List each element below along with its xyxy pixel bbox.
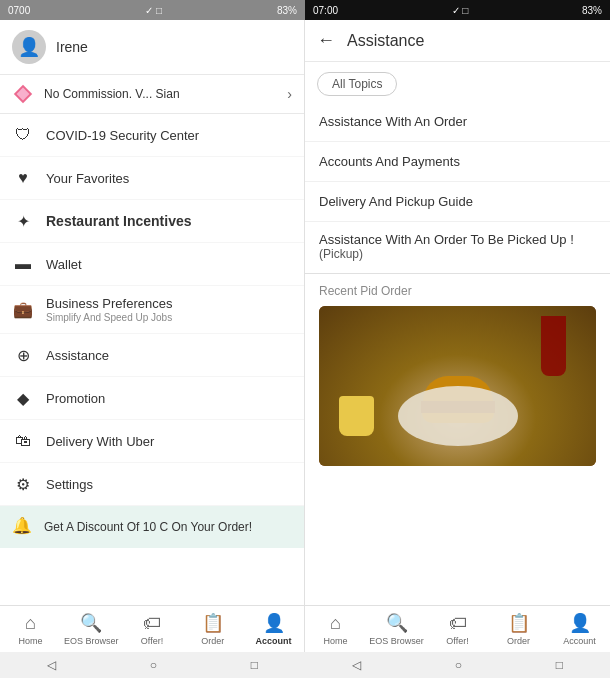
back-system-button[interactable]: ◁ [47, 658, 56, 672]
nav-label-delivery: Delivery With Uber [46, 434, 292, 449]
shield-icon: 🛡 [12, 124, 34, 146]
nav-label-business: Business Preferences [46, 296, 292, 311]
nav-item-covid[interactable]: 🛡 COVID-19 Security Center [0, 114, 304, 157]
help-link-payments[interactable]: Accounts And Payments [305, 142, 610, 182]
discount-text: Get A Discount Of 10 C On Your Order! [44, 520, 252, 534]
recent-order-section: Recent Pid Order [305, 274, 610, 472]
tag-icon: ◆ [12, 387, 34, 409]
diamond-icon [12, 83, 34, 105]
help-link-delivery[interactable]: Delivery And Pickup Guide [305, 182, 610, 222]
nav-item-promotion[interactable]: ◆ Promotion [0, 377, 304, 420]
nav-label-incentives: Restaurant Incentives [46, 213, 292, 229]
time-left: 0700 [8, 5, 30, 16]
bottom-nav-right-order-label: Order [507, 636, 530, 646]
bottom-nav-home[interactable]: ⌂ Home [0, 606, 61, 652]
browser-icon: 🔍 [80, 612, 102, 634]
wallet-icon: ▬ [12, 253, 34, 275]
nav-item-incentives[interactable]: ✦ Restaurant Incentives [0, 200, 304, 243]
time-right: 07:00 [313, 5, 338, 16]
nav-label-wallet: Wallet [46, 257, 292, 272]
nav-label-settings: Settings [46, 477, 292, 492]
nav-label-covid: COVID-19 Security Center [46, 128, 292, 143]
bottom-nav-right-home[interactable]: ⌂ Home [305, 606, 366, 652]
bottom-nav-right-browser-label: EOS Browser [369, 636, 424, 646]
bottom-nav-right-home-label: Home [323, 636, 347, 646]
heart-icon: ♥ [12, 167, 34, 189]
bottom-nav-right: ⌂ Home 🔍 EOS Browser 🏷 Offer! 📋 Order 👤 … [305, 605, 610, 652]
home-icon-right: ⌂ [330, 613, 341, 634]
nav-item-favorites[interactable]: ♥ Your Favorites [0, 157, 304, 200]
system-nav: ◁ ○ □ ◁ ○ □ [0, 652, 610, 678]
bottom-nav-right-offer[interactable]: 🏷 Offer! [427, 606, 488, 652]
bottom-nav-order[interactable]: 📋 Order [182, 606, 243, 652]
discount-banner[interactable]: 🔔 Get A Discount Of 10 C On Your Order! [0, 506, 304, 548]
bottom-nav-right-account[interactable]: 👤 Account [549, 606, 610, 652]
bottom-nav-right-browser[interactable]: 🔍 EOS Browser [366, 606, 427, 652]
offer-icon-right: 🏷 [449, 613, 467, 634]
bottom-nav-right-order[interactable]: 📋 Order [488, 606, 549, 652]
promo-text: No Commission. V... Sian [44, 87, 287, 101]
bag-icon: 🛍 [12, 430, 34, 452]
drink-icon [541, 316, 566, 376]
pickup-sub: (Pickup) [319, 247, 596, 261]
promo-banner[interactable]: No Commission. V... Sian › [0, 75, 304, 114]
bottom-nav-home-label: Home [18, 636, 42, 646]
bottom-nav-order-label: Order [201, 636, 224, 646]
nav-label-assistance: Assistance [46, 348, 292, 363]
back-button[interactable]: ← [317, 30, 335, 51]
system-nav-left: ◁ ○ □ [0, 652, 305, 678]
user-name: Irene [56, 39, 88, 55]
all-topics-button[interactable]: All Topics [317, 72, 397, 96]
bottom-nav-right-offer-label: Offer! [446, 636, 468, 646]
battery-right: 83% [582, 5, 602, 16]
bottom-nav-offer-label: Offer! [141, 636, 163, 646]
recent-system-button[interactable]: □ [251, 658, 258, 672]
order-icon-right: 📋 [508, 612, 530, 634]
help-icon: ⊕ [12, 344, 34, 366]
nav-item-business[interactable]: 💼 Business Preferences Simplify And Spee… [0, 286, 304, 334]
nav-item-delivery[interactable]: 🛍 Delivery With Uber [0, 420, 304, 463]
bottom-nav-account-label: Account [256, 636, 292, 646]
account-icon-right: 👤 [569, 612, 591, 634]
food-image [319, 306, 596, 466]
nav-label-favorites: Your Favorites [46, 171, 292, 186]
nav-item-assistance[interactable]: ⊕ Assistance [0, 334, 304, 377]
nav-item-wallet[interactable]: ▬ Wallet [0, 243, 304, 286]
right-panel: ← Assistance All Topics Assistance With … [305, 20, 610, 652]
person-icon: 👤 [18, 36, 40, 58]
gear-icon: ⚙ [12, 473, 34, 495]
chevron-right-icon: › [287, 86, 292, 102]
recent-system-button-right[interactable]: □ [556, 658, 563, 672]
account-icon: 👤 [263, 612, 285, 634]
back-system-button-right[interactable]: ◁ [352, 658, 361, 672]
home-system-button[interactable]: ○ [150, 658, 157, 672]
topics-section: All Topics [305, 62, 610, 102]
nav-sub-business: Simplify And Speed Up Jobs [46, 312, 292, 323]
recent-order-label: Recent Pid Order [319, 284, 596, 298]
offer-icon: 🏷 [143, 613, 161, 634]
icons-left: ✓ □ [145, 5, 162, 16]
status-bar-left: 0700 ✓ □ 83% [0, 0, 305, 20]
home-icon: ⌂ [25, 613, 36, 634]
home-system-button-right[interactable]: ○ [455, 658, 462, 672]
bottom-nav-account[interactable]: 👤 Account [243, 606, 304, 652]
bottom-nav-offer[interactable]: 🏷 Offer! [122, 606, 183, 652]
page-title: Assistance [347, 32, 424, 50]
icons-right: ✓ □ [452, 5, 469, 16]
help-link-order[interactable]: Assistance With An Order [305, 102, 610, 142]
right-content: All Topics Assistance With An Order Acco… [305, 62, 610, 605]
bottom-nav-browser[interactable]: 🔍 EOS Browser [61, 606, 122, 652]
user-header: 👤 Irene [0, 20, 304, 75]
fries-icon [339, 396, 374, 436]
bottom-nav-browser-label: EOS Browser [64, 636, 119, 646]
status-bars: 0700 ✓ □ 83% 07:00 ✓ □ 83% [0, 0, 610, 20]
bell-icon: 🔔 [12, 516, 34, 538]
system-nav-right: ◁ ○ □ [305, 652, 610, 678]
plate-icon [398, 386, 518, 446]
avatar: 👤 [12, 30, 46, 64]
battery-left: 83% [277, 5, 297, 16]
pickup-section[interactable]: Assistance With An Order To Be Picked Up… [305, 222, 610, 274]
main-area: 👤 Irene No Commission. V... Sian › 🛡 COV… [0, 20, 610, 652]
nav-item-settings[interactable]: ⚙ Settings [0, 463, 304, 506]
nav-label-promotion: Promotion [46, 391, 292, 406]
